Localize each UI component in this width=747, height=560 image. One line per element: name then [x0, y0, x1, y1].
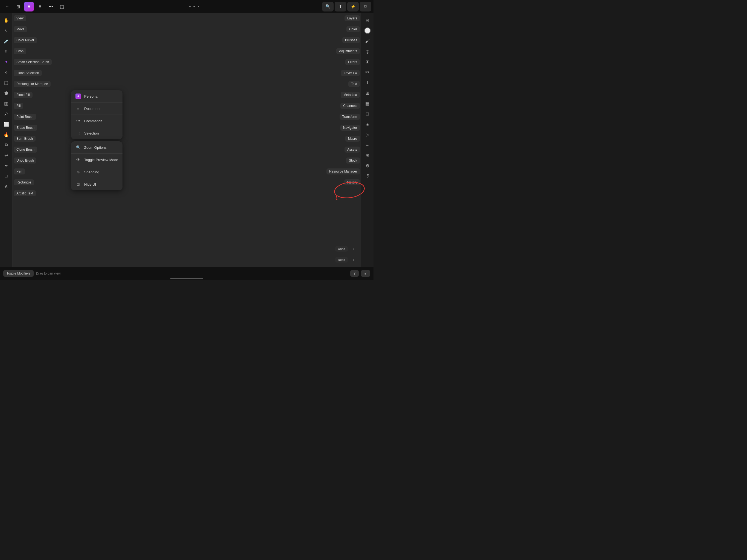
top-bar-right: 🔍 ⬆ ⚡ ⧉	[322, 2, 371, 11]
canvas-area[interactable]	[12, 13, 361, 267]
redo-label: Redo	[335, 257, 348, 262]
drag-hint: Drag to pan view.	[36, 272, 61, 275]
menu-label-selection: Selection	[84, 131, 99, 135]
panel-color-icon[interactable]	[363, 26, 372, 35]
panel-text-icon[interactable]: T	[363, 78, 372, 87]
panel-history-icon[interactable]: ⏱	[363, 171, 372, 181]
panel-adjustments-icon[interactable]: ◎	[363, 47, 372, 56]
help-button[interactable]: ?	[350, 270, 359, 277]
tool-erase[interactable]: ⬜	[1, 119, 11, 129]
tool-flood-select[interactable]: ⋄	[1, 67, 11, 77]
tool-paint-brush[interactable]: 🖌	[1, 109, 11, 119]
marquee-button[interactable]: ⬚	[57, 2, 67, 11]
menu-item-hide-ui[interactable]: ⊡ Hide UI	[71, 178, 123, 190]
tool-clone[interactable]: ⧉	[1, 140, 11, 150]
menu-section-2: 🔍 Zoom Options 👁 Toggle Preview Mode ⊕ S…	[71, 142, 123, 190]
menu-label-commands: Commands	[84, 119, 102, 123]
tool-crop[interactable]: ⌗	[1, 47, 11, 56]
menu-section-1: A Persona ≡ Document ••• Commands ⬚ Sele…	[71, 90, 123, 139]
tool-smart-brush[interactable]: ✦	[1, 57, 11, 67]
copy-button[interactable]: ⧉	[360, 2, 371, 11]
center-dots: • • •	[189, 4, 200, 9]
menu-item-zoom[interactable]: 🔍 Zoom Options	[71, 142, 123, 154]
top-bar: ← ⊞ A ≡ ••• ⬚ • • • 🔍 ⬆ ⚡ ⧉	[0, 0, 374, 13]
back-button[interactable]: ←	[2, 2, 12, 11]
panel-transform-icon[interactable]: ⊡	[363, 109, 372, 119]
menu-item-document[interactable]: ≡ Document	[71, 103, 123, 115]
persona-icon: A	[75, 94, 81, 99]
bottom-bar: Toggle Modifiers Drag to pan view. ? ↙	[0, 267, 374, 280]
document-icon: ≡	[75, 106, 81, 111]
gesture-button[interactable]: ↙	[361, 270, 370, 277]
menu-label-document: Document	[84, 107, 100, 111]
panel-channels-icon[interactable]: ▦	[363, 98, 372, 108]
grid-button[interactable]: ⊞	[13, 2, 23, 11]
left-toolbar: ✋ ↖ 💉 ⌗ ✦ ⋄ ⬚ ⬟ ▥ 🖌 ⬜ 🔥 ⧉ ↩ ✒ □ A	[0, 13, 12, 267]
search-button[interactable]: 🔍	[322, 2, 334, 11]
menu-item-commands[interactable]: ••• Commands	[71, 115, 123, 127]
tool-burn[interactable]: 🔥	[1, 130, 11, 139]
tool-rectangle[interactable]: □	[1, 171, 11, 181]
tool-marquee[interactable]: ⬚	[1, 78, 11, 87]
panel-metadata-icon[interactable]: ⊞	[363, 88, 372, 98]
panel-stock-icon[interactable]: ⊞	[363, 150, 372, 160]
panel-brushes-icon[interactable]: 🖌	[363, 36, 372, 46]
selection-icon: ⬚	[75, 130, 81, 136]
color-swatch	[364, 27, 371, 34]
redo-chevron[interactable]: ›	[349, 255, 359, 265]
tool-text[interactable]: A	[1, 182, 11, 192]
tool-undo-brush[interactable]: ↩	[1, 150, 11, 160]
top-bar-center: • • •	[68, 4, 321, 9]
menu-label-hide-ui: Hide UI	[84, 182, 96, 186]
more-button[interactable]: •••	[46, 2, 56, 11]
tool-fill[interactable]: ▥	[1, 98, 11, 108]
panel-navigator-icon[interactable]: ◈	[363, 119, 372, 129]
hamburger-button[interactable]: ≡	[35, 2, 45, 11]
commands-icon: •••	[75, 118, 81, 124]
undo-label: Undo	[335, 246, 348, 252]
panel-layer-fx-icon[interactable]: FX	[363, 67, 372, 77]
adjust-button[interactable]: ⚡	[347, 2, 359, 11]
panel-layers-icon[interactable]: ⊟	[363, 15, 372, 25]
panel-resource-manager-icon[interactable]: ⚙	[363, 161, 372, 171]
menu-item-snapping[interactable]: ⊕ Snapping	[71, 166, 123, 178]
hide-ui-icon: ⊡	[75, 182, 81, 187]
zoom-icon: 🔍	[75, 145, 81, 150]
menu-item-preview[interactable]: 👁 Toggle Preview Mode	[71, 154, 123, 166]
toggle-modifiers-button[interactable]: Toggle Modifiers	[3, 270, 34, 277]
scroll-indicator	[170, 278, 203, 279]
menu-item-persona[interactable]: A Persona	[71, 90, 123, 103]
share-button[interactable]: ⬆	[335, 2, 346, 11]
app-logo: A	[24, 2, 34, 11]
bottom-right: ? ↙	[350, 270, 370, 277]
menu-label-persona: Persona	[84, 94, 97, 98]
tool-hand[interactable]: ✋	[1, 15, 11, 25]
panel-macro-icon[interactable]: ▷	[363, 130, 372, 139]
preview-icon: 👁	[75, 157, 81, 162]
menu-item-selection[interactable]: ⬚ Selection	[71, 127, 123, 139]
panel-assets-icon[interactable]: ≡	[363, 140, 372, 150]
panel-filters-icon[interactable]: ⧗	[363, 57, 372, 67]
floating-menu: A Persona ≡ Document ••• Commands ⬚ Sele…	[71, 90, 123, 190]
menu-label-preview: Toggle Preview Mode	[84, 158, 118, 162]
tool-flood-fill[interactable]: ⬟	[1, 88, 11, 98]
menu-label-snapping: Snapping	[84, 170, 99, 174]
menu-label-zoom: Zoom Options	[84, 146, 107, 150]
right-panel: ⊟ 🖌 ◎ ⧗ FX T ⊞ ▦ ⊡ ◈ ▷ ≡ ⊞ ⚙ ⏱	[361, 13, 374, 267]
tool-pen[interactable]: ✒	[1, 161, 11, 171]
undo-chevron[interactable]: ‹	[349, 244, 359, 254]
tool-move[interactable]: ↖	[1, 26, 11, 35]
snapping-icon: ⊕	[75, 169, 81, 175]
tool-eyedropper[interactable]: 💉	[1, 36, 11, 46]
undo-redo-area: Undo ‹ Redo ›	[333, 242, 361, 267]
